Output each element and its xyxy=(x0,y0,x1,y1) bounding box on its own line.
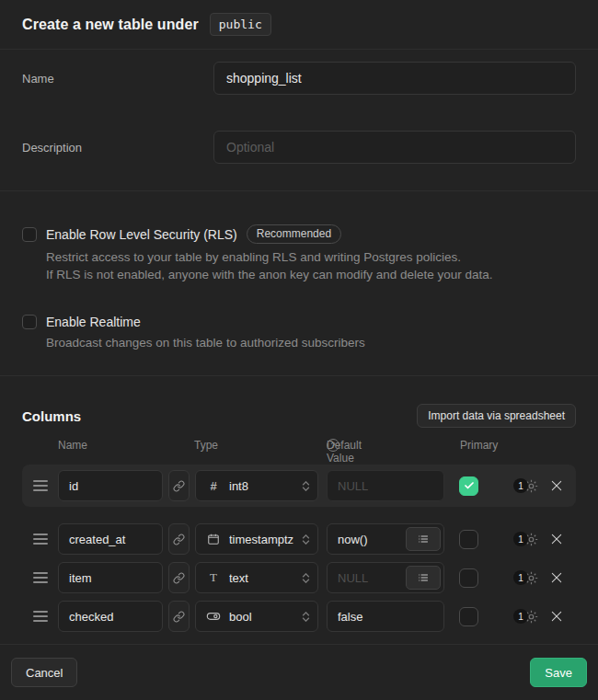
primary-key-checkbox[interactable] xyxy=(459,568,478,588)
text-icon: T xyxy=(205,570,222,585)
realtime-checkbox[interactable] xyxy=(22,315,37,329)
column-header-primary: Primary xyxy=(460,439,498,452)
chevron-updown-icon xyxy=(302,573,310,583)
remove-column-icon[interactable] xyxy=(550,479,563,492)
drag-handle-icon[interactable] xyxy=(33,611,48,622)
drag-handle-icon[interactable] xyxy=(33,480,48,491)
realtime-label: Enable Realtime xyxy=(46,315,141,329)
chevron-updown-icon xyxy=(302,534,310,545)
foreign-key-link-icon[interactable] xyxy=(168,523,190,555)
chevron-updown-icon xyxy=(302,612,310,622)
primary-key-checkbox[interactable] xyxy=(459,530,478,549)
description-row: Description xyxy=(22,131,576,164)
rls-checkbox[interactable] xyxy=(22,227,37,242)
table-name-input[interactable] xyxy=(213,62,576,95)
settings-count-badge: 1 xyxy=(513,570,528,585)
panel-header: Create a new table under public xyxy=(0,0,598,50)
column-row-id: # int8 1 xyxy=(22,465,576,507)
column-name-input[interactable] xyxy=(58,523,163,555)
realtime-description: Broadcast changes on this table to autho… xyxy=(46,334,576,351)
column-type-select[interactable]: T text xyxy=(195,562,318,593)
create-table-panel: Create a new table under public Name Des… xyxy=(0,0,598,700)
schema-badge: public xyxy=(210,13,271,36)
columns-section: Columns Import data via spreadsheet Name… xyxy=(0,376,598,644)
column-default-input[interactable] xyxy=(327,601,444,632)
column-default-input xyxy=(327,470,444,501)
name-label: Name xyxy=(22,72,213,86)
column-name-input[interactable] xyxy=(58,562,163,593)
save-button[interactable]: Save xyxy=(530,658,587,687)
foreign-key-link-icon[interactable] xyxy=(168,470,190,501)
name-row: Name xyxy=(22,62,576,95)
rls-block: Enable Row Level Security (RLS) Recommen… xyxy=(22,224,576,283)
primary-key-checkbox[interactable] xyxy=(459,607,478,626)
default-suggestions-icon[interactable] xyxy=(406,527,441,551)
column-header-name: Name xyxy=(58,439,87,452)
column-row-checked: bool 1 xyxy=(22,601,576,632)
import-spreadsheet-button[interactable]: Import data via spreadsheet xyxy=(417,404,576,428)
columns-title: Columns xyxy=(22,408,81,424)
column-type-select[interactable]: # int8 xyxy=(195,470,318,501)
column-row-item: T text 1 xyxy=(22,562,576,593)
remove-column-icon[interactable] xyxy=(550,533,563,545)
column-type-select[interactable]: timestamptz xyxy=(195,523,318,555)
column-name-input[interactable] xyxy=(58,470,163,501)
drag-handle-icon[interactable] xyxy=(33,534,48,545)
cancel-button[interactable]: Cancel xyxy=(11,658,77,687)
rls-description-line2: If RLS is not enabled, anyone with the a… xyxy=(46,266,576,283)
panel-footer: Cancel Save xyxy=(0,644,598,700)
page-title: Create a new table under xyxy=(22,17,199,33)
check-icon xyxy=(464,480,475,491)
remove-column-icon[interactable] xyxy=(550,571,563,584)
drag-handle-icon[interactable] xyxy=(33,572,48,583)
chevron-updown-icon xyxy=(302,481,310,491)
description-label: Description xyxy=(22,141,213,155)
column-type-select[interactable]: bool xyxy=(195,601,318,632)
column-name-input[interactable] xyxy=(58,601,163,632)
general-section: Name Description xyxy=(0,50,598,191)
options-section: Enable Row Level Security (RLS) Recommen… xyxy=(0,191,598,376)
default-suggestions-icon[interactable] xyxy=(406,566,441,590)
realtime-block: Enable Realtime Broadcast changes on thi… xyxy=(22,315,576,351)
rls-label: Enable Row Level Security (RLS) xyxy=(46,227,237,242)
foreign-key-link-icon[interactable] xyxy=(168,601,190,632)
settings-count-badge: 1 xyxy=(513,532,528,546)
rls-description-line1: Restrict access to your table by enablin… xyxy=(46,248,576,266)
hash-icon: # xyxy=(205,479,222,493)
table-description-input[interactable] xyxy=(213,131,576,164)
column-row-created-at: timestamptz 1 xyxy=(22,523,576,555)
help-icon[interactable]: ? xyxy=(327,439,339,452)
recommended-badge: Recommended xyxy=(247,224,341,244)
settings-count-badge: 1 xyxy=(513,609,528,624)
remove-column-icon[interactable] xyxy=(550,610,563,623)
settings-count-badge: 1 xyxy=(513,478,528,493)
calendar-icon xyxy=(205,533,222,545)
columns-header-row: Name Type Default Value ? Primary xyxy=(22,439,576,453)
toggle-icon xyxy=(205,609,222,624)
foreign-key-link-icon[interactable] xyxy=(168,562,190,593)
column-header-type: Type xyxy=(194,439,218,452)
primary-key-checkbox[interactable] xyxy=(459,476,478,496)
